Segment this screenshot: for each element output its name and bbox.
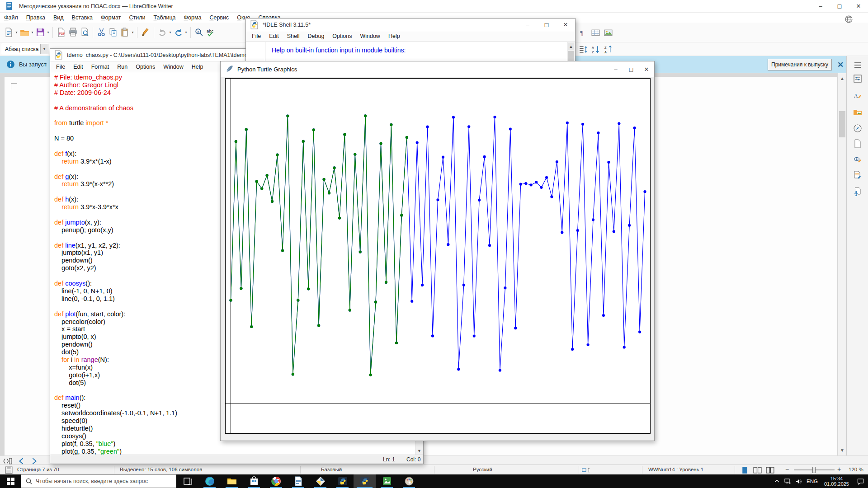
sidebar-properties-icon[interactable] [852,73,863,84]
find-replace-icon[interactable]: a [193,27,205,38]
network-icon[interactable] [782,474,793,488]
redo-icon[interactable] [172,27,184,38]
paragraph-style-combo[interactable]: Абзац списка [2,44,41,54]
clock[interactable]: 15:34 01.09.2025 [821,476,853,487]
sidebar-accessibility-icon[interactable] [852,186,863,197]
sidebar-styles-icon[interactable]: A [852,90,863,101]
list-level[interactable]: WWNum14 : Уровень 1 [648,467,703,472]
sidebar-settings-icon[interactable] [852,60,863,70]
zoom-out-icon[interactable]: − [785,465,789,473]
idle-maximize-button[interactable]: ◻ [537,19,556,31]
line-spacing-icon[interactable] [577,43,589,55]
scroll-up-icon[interactable]: ▲ [840,76,844,81]
insert-image-icon[interactable] [602,27,614,38]
open-dropdown[interactable]: ▾ [30,27,34,38]
sidebar-style-inspector-icon[interactable] [852,155,863,165]
clone-formatting-icon[interactable] [140,27,151,38]
formatting-marks-icon[interactable]: ¶ [577,27,589,38]
editor-menu-format[interactable]: Format [87,62,113,71]
lo-maximize-button[interactable]: ◻ [830,0,849,12]
scroll-down-icon[interactable]: ▼ [840,448,844,453]
paste-icon[interactable] [119,27,131,38]
keyboard-language[interactable]: ENG [804,479,821,484]
taskbar-app-screenshot[interactable] [376,474,398,488]
taskbar-app-paint[interactable] [398,474,420,488]
idle-scroll-up-icon[interactable]: ▲ [568,43,574,50]
release-notes-button[interactable]: Примечания к выпуску [768,59,832,70]
task-view-button[interactable] [176,474,198,488]
print-icon[interactable] [67,27,79,38]
idle-close-button[interactable]: ✕ [556,19,575,31]
turtle-canvas[interactable] [225,78,651,434]
zoom-level[interactable]: 120 % [849,467,863,472]
paste-dropdown[interactable]: ▾ [131,27,135,38]
taskbar-search-input[interactable]: Чтобы начать поиск, введите здесь запрос [21,474,176,488]
lo-menu-формат[interactable]: Формат [97,14,125,22]
new-document-icon[interactable] [3,27,14,38]
turtle-close-button[interactable]: ✕ [639,61,654,77]
sidebar-gallery-icon[interactable] [852,107,863,117]
taskbar-app-edge[interactable] [198,474,221,488]
scrollbar-thumb[interactable] [839,111,845,137]
undo-dropdown[interactable]: ▾ [168,27,172,38]
start-button[interactable] [0,474,21,488]
lo-menu-таблица[interactable]: Таблица [150,14,180,22]
idle-menu-help[interactable]: Help [384,32,404,41]
print-preview-icon[interactable] [79,27,90,38]
volume-icon[interactable] [793,474,804,488]
lo-menu-файл[interactable]: Файл [0,14,22,22]
selection-count[interactable]: Выделено: 15 слов, 106 символов [120,467,202,472]
taskbar-app-file-explorer[interactable] [221,474,243,488]
document-vertical-scrollbar[interactable]: ▲ ▼ [838,73,846,455]
save-dropdown[interactable]: ▾ [46,27,50,38]
turtle-maximize-button[interactable]: ◻ [623,61,639,77]
taskbar-app-python-active[interactable] [354,474,376,488]
turtle-titlebar[interactable]: Python Turtle Graphics – ◻ ✕ [221,61,654,77]
zoom-in-icon[interactable]: + [837,465,841,473]
page-style[interactable]: Базовый [321,467,342,472]
lo-menu-форма[interactable]: Форма [180,14,206,22]
sort-descending-icon[interactable]: ZA [602,43,614,55]
idle-titlebar[interactable]: *IDLE Shell 3.11.5* – ◻ ✕ [246,19,575,31]
text-language[interactable]: Русский [473,467,492,472]
zoom-slider-handle[interactable] [812,467,816,473]
lo-menu-правка[interactable]: Правка [22,14,49,22]
idle-menu-options[interactable]: Options [328,32,356,41]
lo-menu-вставка[interactable]: Вставка [68,14,97,22]
turtle-minimize-button[interactable]: – [608,61,623,77]
infobar-close-icon[interactable]: ✕ [835,59,845,70]
editor-menu-file[interactable]: File [52,62,69,71]
idle-menu-window[interactable]: Window [356,32,384,41]
sidebar-track-changes-icon[interactable] [852,170,863,181]
spellcheck-icon[interactable]: abc [205,27,217,38]
idle-menu-edit[interactable]: Edit [265,32,283,41]
idle-menu-debug[interactable]: Debug [304,32,329,41]
undo-icon[interactable] [156,27,168,38]
editor-scroll-down-icon[interactable]: ▼ [416,447,423,455]
taskbar-app-python-console[interactable] [331,474,354,488]
idle-scrollbar[interactable]: ▲ [567,42,575,63]
insert-table-icon[interactable] [590,27,601,38]
copy-icon[interactable] [107,27,119,38]
editor-menu-help[interactable]: Help [188,62,208,71]
lo-menu-сервис[interactable]: Сервис [206,14,233,22]
editor-menu-options[interactable]: Options [132,62,159,71]
sidebar-page-icon[interactable] [852,138,863,149]
save-icon[interactable] [34,27,46,38]
open-icon[interactable] [19,27,30,38]
lo-minimize-button[interactable]: – [811,0,830,12]
taskbar-app-chrome[interactable] [265,474,287,488]
tray-chevron-icon[interactable] [771,474,782,488]
export-pdf-icon[interactable]: PDF [55,27,67,38]
redo-dropdown[interactable]: ▾ [184,27,188,38]
action-center-icon[interactable] [853,474,868,488]
idle-menu-file[interactable]: File [248,32,265,41]
lo-menu-вид[interactable]: Вид [49,14,68,22]
paragraph-style-dropdown[interactable]: ▾ [41,44,48,54]
sort-ascending-icon[interactable]: AZ [590,43,601,55]
page-count[interactable]: Страница 7 из 70 [17,467,59,472]
new-document-dropdown[interactable]: ▾ [14,27,19,38]
editor-menu-run[interactable]: Run [113,62,132,71]
editor-menu-edit[interactable]: Edit [69,62,87,71]
lo-menu-стили[interactable]: Стили [125,14,150,22]
